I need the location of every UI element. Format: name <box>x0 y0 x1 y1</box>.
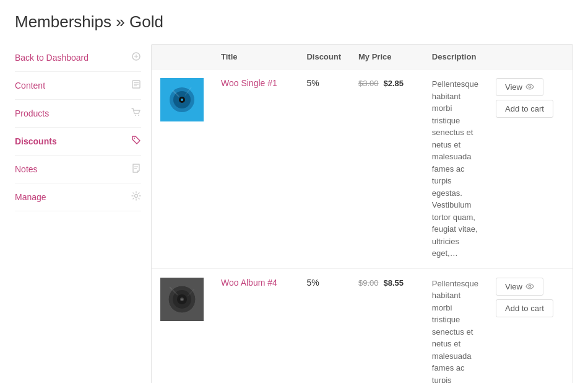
svg-point-5 <box>135 115 136 116</box>
svg-point-7 <box>134 138 135 139</box>
product-actions-cell: View Add to cart <box>487 69 573 269</box>
product-price-cell: $3.00 $2.85 <box>350 69 423 269</box>
sidebar-label-manage: Manage <box>15 192 128 202</box>
view-label: View <box>505 82 522 92</box>
product-description-cell: Pellentesque habitant morbi tristique se… <box>423 69 487 269</box>
sidebar-label-content: Content <box>15 81 128 90</box>
eye-icon <box>525 82 534 92</box>
price-discounted: $8.55 <box>383 278 404 288</box>
product-description-cell: Pellentesque habitant morbi tristique se… <box>423 268 487 383</box>
col-price: My Price <box>350 45 423 69</box>
sidebar-item-products[interactable]: Products <box>15 100 141 128</box>
svg-point-10 <box>135 195 138 198</box>
product-actions-cell: View Add to cart <box>487 268 573 383</box>
col-title: Title <box>212 45 298 69</box>
main-layout: Back to Dashboard Content <box>15 44 573 383</box>
sidebar-item-notes[interactable]: Notes <box>15 156 141 183</box>
description-text: Pellentesque habitant morbi tristique se… <box>432 79 478 258</box>
add-to-cart-button[interactable]: Add to cart <box>496 100 553 118</box>
sidebar-label-notes: Notes <box>15 164 128 174</box>
table-row: Woo Album #4 5% $9.00 $8.55 Pellentesque… <box>152 268 573 383</box>
add-to-cart-button[interactable]: Add to cart <box>496 299 553 317</box>
products-table: Title Discount My Price Description <box>152 45 573 383</box>
product-title-cell: Woo Single #1 <box>212 69 298 269</box>
page-wrapper: Memberships » Gold Back to Dashboard Con… <box>0 0 588 383</box>
add-to-cart-label: Add to cart <box>505 304 544 313</box>
content-icon <box>131 79 141 92</box>
sidebar-item-discounts[interactable]: Discounts <box>15 128 141 156</box>
dashboard-icon <box>131 51 141 64</box>
svg-point-15 <box>181 99 183 101</box>
product-title-link[interactable]: Woo Single #1 <box>221 78 277 88</box>
description-text: Pellentesque habitant morbi tristique se… <box>432 279 478 384</box>
product-thumbnail <box>160 78 204 121</box>
content-area: Title Discount My Price Description <box>151 44 573 383</box>
page-title: Memberships » Gold <box>15 12 573 32</box>
svg-point-6 <box>138 115 139 116</box>
svg-point-18 <box>529 86 531 88</box>
view-label: View <box>505 282 522 291</box>
product-image-cell <box>152 268 212 383</box>
product-title-cell: Woo Album #4 <box>212 268 298 383</box>
gear-icon <box>131 191 141 203</box>
product-thumbnail <box>160 278 204 321</box>
price-discounted: $2.85 <box>383 79 404 88</box>
tag-icon <box>131 135 141 147</box>
eye-icon <box>525 282 534 291</box>
notes-icon <box>131 163 141 175</box>
action-buttons: View Add to cart <box>496 78 564 118</box>
add-to-cart-label: Add to cart <box>505 104 544 113</box>
col-image <box>152 45 212 69</box>
discount-value: 5% <box>306 78 319 88</box>
product-title-link[interactable]: Woo Album #4 <box>221 278 277 288</box>
action-buttons: View Add to cart <box>496 278 564 317</box>
price-original: $9.00 <box>358 278 379 288</box>
col-description: Description <box>423 45 487 69</box>
sidebar-label-back: Back to Dashboard <box>15 53 128 63</box>
svg-rect-28 <box>160 278 204 321</box>
sidebar-item-back-to-dashboard[interactable]: Back to Dashboard <box>15 44 141 72</box>
sidebar-item-content[interactable]: Content <box>15 72 141 100</box>
sidebar: Back to Dashboard Content <box>15 44 151 383</box>
price-original: $3.00 <box>358 79 379 88</box>
svg-point-30 <box>529 285 531 288</box>
cart-icon <box>131 107 141 120</box>
view-button[interactable]: View <box>496 278 543 296</box>
sidebar-item-manage[interactable]: Manage <box>15 183 141 211</box>
table-row: Woo Single #1 5% $3.00 $2.85 Pellentesqu… <box>152 69 573 269</box>
product-price-cell: $9.00 $8.55 <box>350 268 423 383</box>
product-image-cell <box>152 69 212 269</box>
col-discount: Discount <box>298 45 350 69</box>
col-actions <box>487 45 573 69</box>
sidebar-label-products: Products <box>15 108 128 118</box>
product-discount-cell: 5% <box>298 268 350 383</box>
sidebar-label-discounts: Discounts <box>15 136 128 146</box>
view-button[interactable]: View <box>496 78 543 96</box>
table-header-row: Title Discount My Price Description <box>152 45 573 69</box>
discount-value: 5% <box>306 278 319 288</box>
product-discount-cell: 5% <box>298 69 350 269</box>
